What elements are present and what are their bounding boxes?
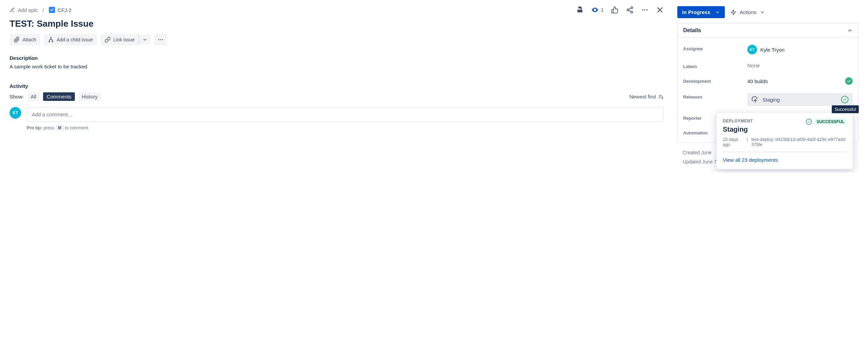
cloud-upload-icon	[751, 96, 759, 103]
show-label: Show:	[10, 94, 24, 100]
chevron-down-icon	[143, 37, 147, 42]
status-dropdown[interactable]: In Progress	[677, 6, 725, 18]
svg-point-0	[594, 9, 596, 11]
description-label: Description	[10, 55, 664, 61]
bolt-icon	[730, 9, 736, 15]
deployment-section-label: DEPLOYMENT	[723, 119, 753, 123]
svg-point-14	[158, 39, 159, 40]
description-text[interactable]: A sample work ticket to be tracked	[10, 64, 664, 69]
check-circle-outline-icon	[806, 119, 812, 125]
details-label: Details	[683, 27, 701, 34]
actions-dropdown[interactable]: Actions	[730, 9, 765, 15]
issue-key-link[interactable]: CFJ-2	[49, 7, 72, 13]
svg-marker-20	[731, 10, 736, 15]
more-icon[interactable]	[641, 6, 649, 14]
chevron-up-icon	[847, 28, 853, 33]
lock-icon[interactable]	[576, 6, 584, 14]
sort-button[interactable]: Newest first	[629, 94, 664, 100]
attach-button[interactable]: Attach	[10, 34, 40, 45]
breadcrumb-separator: /	[42, 7, 44, 13]
chevron-down-icon	[760, 10, 765, 15]
tab-history[interactable]: History	[78, 92, 101, 101]
sort-icon	[658, 94, 664, 100]
assignee-label: Assignee	[683, 45, 745, 51]
svg-line-5	[629, 8, 631, 10]
release-chip[interactable]: Staging	[747, 93, 853, 106]
svg-line-4	[629, 10, 631, 12]
issue-title[interactable]: TEST: Sample Issue	[10, 18, 664, 29]
assignee-avatar: KT	[747, 45, 757, 54]
development-label: Development	[683, 77, 745, 84]
close-icon[interactable]	[656, 6, 664, 14]
deployment-status-badge: SUCCESSFUL	[815, 119, 846, 125]
child-issue-icon	[48, 37, 54, 43]
breadcrumb: Add epic / CFJ-2	[10, 7, 71, 13]
check-circle-outline-icon	[841, 96, 849, 103]
comment-protip: Pro tip: press M to comment	[27, 125, 664, 131]
tab-all[interactable]: All	[27, 92, 40, 101]
comment-input[interactable]: Add a comment...	[27, 107, 664, 122]
svg-point-8	[647, 9, 648, 11]
tab-comments[interactable]: Comments	[43, 92, 75, 101]
svg-point-15	[160, 39, 161, 40]
add-child-issue-button[interactable]: Add a child issue	[44, 34, 97, 45]
details-toggle[interactable]: Details	[678, 23, 858, 38]
deployment-env: Staging	[723, 126, 753, 133]
paperclip-icon	[14, 37, 20, 43]
svg-point-7	[644, 9, 646, 11]
share-icon[interactable]	[626, 6, 634, 14]
add-epic-link[interactable]: Add epic	[10, 7, 38, 13]
current-user-avatar: KT	[10, 107, 21, 119]
svg-point-16	[162, 39, 163, 40]
link-issue-dropdown[interactable]	[139, 35, 151, 45]
view-all-deployments-link[interactable]: View all 23 deployments	[723, 157, 778, 163]
releases-label: Releases	[683, 93, 745, 100]
thumbs-up-icon[interactable]	[611, 6, 619, 14]
link-issue-button[interactable]: Link issue	[100, 34, 139, 45]
development-builds-link[interactable]: 40 builds	[747, 78, 768, 84]
deployment-time: 15 days ago	[723, 137, 743, 147]
deployment-popover: DEPLOYMENT Staging SUCCESSFUL 15 days ag…	[716, 112, 853, 169]
labels-value[interactable]: None	[747, 63, 853, 68]
pencil-icon	[10, 7, 15, 13]
activity-label: Activity	[10, 83, 664, 89]
labels-label: Labels	[683, 63, 745, 69]
more-actions-button[interactable]	[154, 34, 167, 45]
link-icon	[105, 37, 111, 43]
chevron-down-icon	[715, 10, 720, 15]
check-circle-icon	[845, 77, 853, 85]
more-icon	[158, 37, 164, 43]
assignee-value[interactable]: KT Kyle Tryon	[747, 45, 853, 54]
deployment-ref: test-deploy::d415bb1d-af09-4a0f-a29c-e97…	[751, 137, 846, 147]
successful-tooltip: Successful	[832, 105, 859, 113]
watch-button[interactable]: 1	[591, 6, 603, 14]
svg-point-6	[642, 9, 643, 11]
task-icon	[49, 7, 55, 13]
